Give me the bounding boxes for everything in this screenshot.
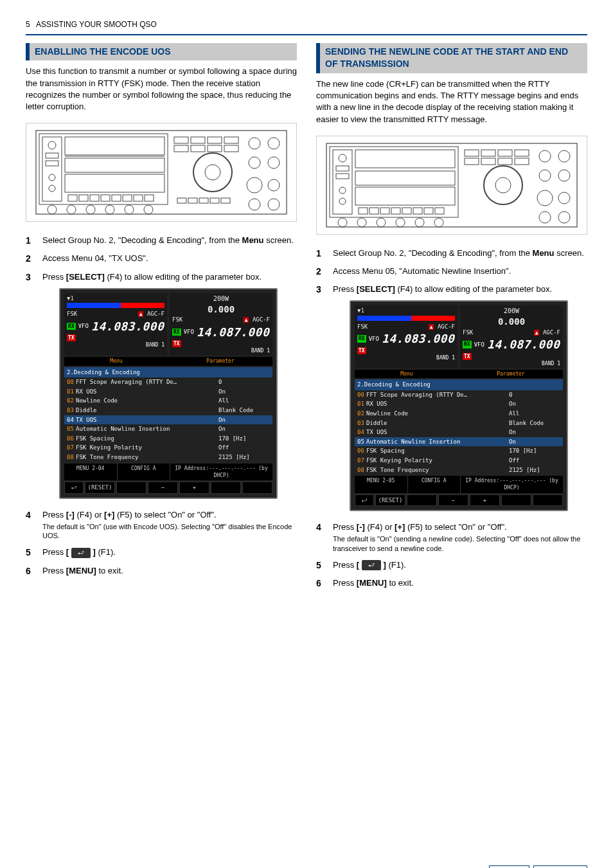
menu-head: Menu — [355, 370, 459, 378]
svg-point-21 — [67, 205, 76, 214]
plus-soft-button[interactable]: + — [179, 482, 209, 494]
text: (F4) or — [365, 522, 395, 532]
blank-soft-button — [533, 494, 563, 507]
svg-point-56 — [339, 198, 346, 204]
svg-point-70 — [377, 218, 386, 227]
menu-row-num: 01 — [67, 388, 76, 396]
svg-rect-11 — [65, 174, 164, 192]
vfo-label: VFO — [369, 335, 379, 343]
svg-point-23 — [105, 205, 114, 214]
blank-soft-button — [501, 494, 531, 507]
menu-row-name: FSK Tone Frequency — [76, 453, 218, 462]
menu-row[interactable]: 02Newline CodeAll — [64, 396, 272, 406]
svg-point-24 — [125, 205, 134, 214]
menu-row-param: 0 — [509, 391, 560, 399]
menu-row[interactable]: 05Automatic Newline InsertionOn — [355, 437, 563, 447]
ant-label: ▼1 — [357, 307, 455, 315]
menu-row[interactable]: 05Automatic Newline InsertionOn — [64, 424, 272, 434]
menu-row[interactable]: 00FFT Scope Averaging (RTTY De…0 — [355, 390, 563, 400]
contents-button[interactable]: Contents — [533, 865, 587, 868]
menu-row[interactable]: 07FSK Keying PolarityOff — [64, 443, 272, 453]
svg-rect-80 — [465, 158, 479, 165]
back-soft-button[interactable]: ⮐ — [64, 482, 84, 494]
menu-row[interactable]: 08FSK Tone Frequency2125 [Hz] — [64, 453, 272, 462]
menu-row-param: 170 [Hz] — [509, 447, 560, 455]
minus-soft-button[interactable]: − — [438, 494, 468, 507]
menu-row-num: 08 — [357, 466, 366, 475]
left-steps: Select Group No. 2, "Decoding & Encoding… — [26, 235, 297, 577]
menu-row[interactable]: 01RX UOSOn — [64, 387, 272, 397]
chapter-number: 5 — [26, 20, 30, 29]
menu-row-param: All — [509, 410, 560, 418]
menu-row-name: Newline Code — [366, 410, 509, 418]
left-step-2: Access Menu 04, "TX UOS". — [26, 253, 297, 264]
status-cfg: CONFIG A — [118, 464, 171, 480]
menu-row[interactable]: 00FFT Scope Averaging (RTTY De…0 — [64, 377, 272, 387]
menu-row[interactable]: 07FSK Keying PolarityOff — [355, 456, 563, 466]
status-ip: IP Address:---.---.---.--- (by DHCP) — [170, 464, 272, 480]
svg-rect-54 — [336, 174, 349, 179]
text: Press — [333, 560, 357, 570]
svg-rect-31 — [224, 137, 238, 143]
text: Select Group No. 2, "Decoding & Encoding… — [42, 235, 242, 245]
plus-key: [+] — [395, 522, 405, 532]
menu-row[interactable]: 01RX UOSOn — [355, 399, 563, 409]
menu-row-param: On — [218, 388, 270, 396]
menu-rows-right: 00FFT Scope Averaging (RTTY De…001RX UOS… — [355, 390, 563, 475]
menu-row-num: 01 — [357, 400, 366, 408]
menu-row[interactable]: 06FSK Spacing170 [Hz] — [355, 446, 563, 456]
svg-point-37 — [268, 138, 280, 149]
freq-b: 14.087.000 — [487, 336, 560, 352]
back-soft-button[interactable]: ⮐ — [355, 494, 374, 507]
menu-row-param: 2125 [Hz] — [509, 466, 560, 475]
svg-point-6 — [49, 174, 55, 181]
menu-row-param: On — [218, 416, 270, 424]
svg-point-27 — [205, 165, 220, 180]
radio-line-drawing — [30, 127, 292, 217]
menu-row-name: FFT Scope Averaging (RTTY De… — [366, 391, 509, 399]
param-head: Parameter — [168, 357, 272, 365]
svg-point-42 — [249, 199, 260, 210]
menu-row[interactable]: 04TX UOSOn — [355, 428, 563, 437]
menu-row[interactable]: 03DiddleBlank Code — [355, 419, 563, 428]
minus-key: [-] — [66, 510, 75, 520]
menu-row-name: Newline Code — [76, 397, 218, 405]
menu-row[interactable]: 03DiddleBlank Code — [64, 406, 272, 415]
reset-soft-button[interactable]: (RESET) — [375, 494, 405, 507]
menu-row[interactable]: 02Newline CodeAll — [355, 409, 563, 419]
left-intro: Use this function to transmit a number o… — [26, 66, 297, 113]
minus-soft-button[interactable]: − — [148, 482, 178, 494]
menu-row-num: 05 — [67, 425, 76, 433]
index-button[interactable]: Index — [489, 865, 529, 868]
svg-point-43 — [268, 199, 280, 210]
menu-row-param: 0 — [218, 378, 270, 386]
reset-soft-button[interactable]: (RESET) — [85, 482, 115, 494]
svg-point-55 — [339, 187, 346, 194]
right-intro: The new line code (CR+LF) can be transmi… — [316, 78, 587, 125]
svg-rect-28 — [174, 137, 188, 143]
svg-rect-10 — [65, 158, 164, 172]
right-step-3: Press [SELECT] (F4) to allow editing of … — [316, 284, 587, 511]
menu-row[interactable]: 06FSK Spacing170 [Hz] — [64, 434, 272, 444]
svg-rect-17 — [123, 195, 132, 201]
menu-row-param: 170 [Hz] — [218, 435, 270, 443]
menu-row-param: On — [509, 438, 560, 446]
menu-row-num: 00 — [67, 378, 76, 386]
svg-point-90 — [539, 212, 551, 223]
svg-point-74 — [484, 166, 522, 204]
svg-rect-64 — [402, 208, 411, 214]
text: (F4) or — [75, 510, 104, 520]
svg-rect-19 — [145, 195, 154, 201]
menu-row-name: FSK Spacing — [76, 435, 218, 443]
s-meter — [357, 316, 455, 321]
menu-row-name: RX UOS — [366, 400, 509, 408]
agc-label: AGC-F — [147, 311, 164, 317]
menu-row[interactable]: 04TX UOSOn — [64, 415, 272, 425]
menu-row[interactable]: 08FSK Tone Frequency2125 [Hz] — [355, 466, 563, 475]
menu-group: 2.Decoding & Encoding — [64, 367, 272, 378]
svg-rect-53 — [336, 166, 349, 171]
menu-row-num: 03 — [357, 419, 366, 428]
right-menu-screenshot: ▼1 FSK▲ AGC-F RXVFO14.083.000 TX BAND 1 … — [350, 300, 568, 511]
svg-point-39 — [268, 157, 280, 168]
plus-soft-button[interactable]: + — [470, 494, 500, 507]
